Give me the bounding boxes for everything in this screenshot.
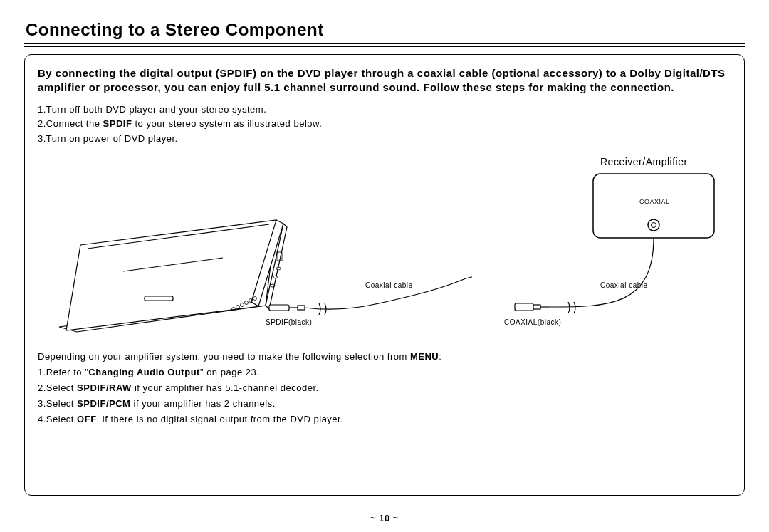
- m2-post: if your amplifier has 5.1-channel decode…: [132, 382, 319, 393]
- title-rule: [24, 43, 745, 47]
- coaxial-cable-left-label: Coaxial cable: [365, 281, 413, 289]
- page-number: ~ 10 ~: [0, 513, 769, 523]
- manual-page: Connecting to a Stereo Component By conn…: [0, 0, 769, 532]
- menu-note-post: :: [439, 351, 441, 362]
- menu-item-2: 2.Select SPDIF/RAW if your amplifier has…: [38, 380, 731, 396]
- menu-note: Depending on your amplifier system, you …: [38, 349, 731, 365]
- menu-item-1: 1.Refer to "Changing Audio Output" on pa…: [38, 365, 731, 380]
- m2-bold: SPDIF/RAW: [77, 382, 132, 393]
- svg-rect-23: [515, 303, 533, 311]
- step-1: 1.Turn off both DVD player and your ster…: [38, 103, 731, 118]
- receiver-label: Receiver/Amplifier: [600, 156, 688, 167]
- m4-bold: OFF: [77, 414, 97, 424]
- page-title: Connecting to a Stereo Component: [26, 20, 745, 40]
- step-2: 2.Connect the SPDIF to your stereo syste…: [38, 117, 731, 132]
- steps-list: 1.Turn off both DVD player and your ster…: [38, 103, 731, 147]
- m4-pre: 4.Select: [38, 414, 77, 424]
- content-box: By connecting the digital output (SPDIF)…: [24, 54, 745, 496]
- m2-pre: 2.Select: [38, 382, 77, 393]
- svg-point-2: [652, 222, 656, 227]
- diagram-svg: [38, 152, 736, 345]
- step-2-bold: SPDIF: [103, 118, 132, 129]
- spdif-black-label: SPDIF(black): [266, 318, 312, 326]
- m4-post: , if there is no digital signal output f…: [97, 414, 344, 424]
- svg-point-1: [648, 219, 659, 231]
- m1-post: " on page 23.: [200, 367, 259, 377]
- svg-rect-20: [269, 305, 289, 311]
- svg-marker-4: [66, 220, 276, 330]
- svg-rect-24: [533, 305, 540, 309]
- menu-item-4: 4.Select OFF, if there is no digital sig…: [38, 412, 731, 427]
- coaxial-cable-right-label: Coaxial cable: [600, 281, 648, 289]
- m1-bold: Changing Audio Output: [88, 367, 200, 377]
- svg-rect-22: [298, 306, 305, 310]
- step-2-post: to your stereo system as illustrated bel…: [132, 118, 322, 129]
- svg-rect-0: [593, 174, 714, 238]
- menu-item-3: 3.Select SPDIF/PCM if your amplifier has…: [38, 396, 731, 412]
- menu-note-pre: Depending on your amplifier system, you …: [38, 351, 410, 362]
- coaxial-black-label: COAXIAL(black): [504, 318, 561, 326]
- m3-bold: SPDIF/PCM: [77, 398, 130, 409]
- step-2-pre: 2.Connect the: [38, 118, 103, 129]
- step-3: 3.Turn on power of DVD player.: [38, 132, 731, 147]
- m3-post: if your amplifier has 2 channels.: [130, 398, 275, 409]
- m3-pre: 3.Select: [38, 398, 77, 409]
- intro-paragraph: By connecting the digital output (SPDIF)…: [38, 66, 731, 95]
- menu-note-bold: MENU: [410, 351, 439, 362]
- coaxial-port-label: COAXIAL: [639, 198, 670, 205]
- m1-pre: 1.Refer to ": [38, 367, 88, 377]
- menu-list: 1.Refer to "Changing Audio Output" on pa…: [38, 365, 731, 427]
- connection-diagram: Receiver/Amplifier COAXIAL Coaxial cable…: [38, 152, 731, 345]
